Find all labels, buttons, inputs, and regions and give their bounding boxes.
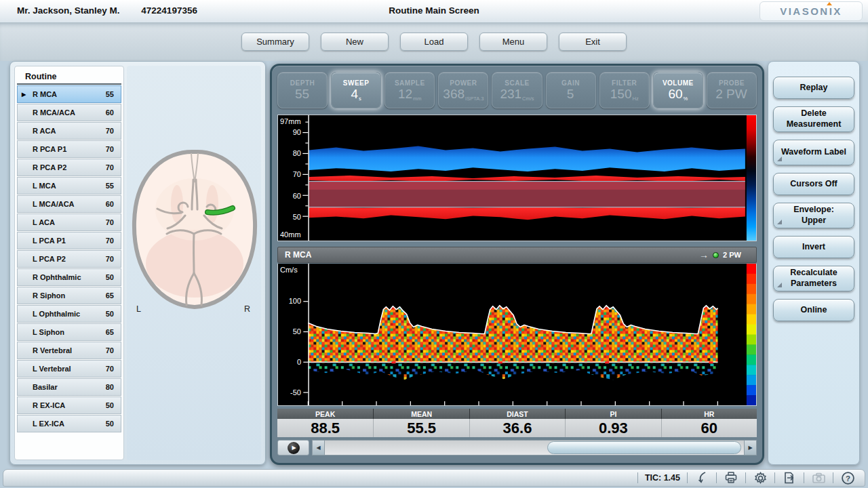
undo-arrow-icon[interactable]	[694, 470, 709, 485]
vessel-list-item[interactable]: ▶ R EX-ICA 50	[17, 396, 121, 414]
vessel-list-item[interactable]: ▶ L PCA P2 70	[17, 250, 121, 268]
measurement-label: HR	[661, 409, 757, 419]
mmode-plot	[278, 115, 756, 241]
printer-icon[interactable]	[724, 470, 738, 485]
scroll-thumb[interactable]	[547, 441, 741, 454]
vessel-depth: 70	[106, 237, 121, 245]
vessel-depth: 70	[106, 365, 121, 373]
vessel-list-item[interactable]: ▶ L ACA 70	[17, 214, 121, 231]
nav-button-menu[interactable]: Menu	[479, 33, 547, 51]
parameter-button[interactable]: PROBE 2 PW	[707, 72, 757, 108]
vessel-depth: 50	[106, 310, 121, 318]
vessel-list-item[interactable]: ▶ R Vertebral 70	[17, 342, 121, 359]
timeline-scrollbar: ◀ ▶	[312, 440, 757, 455]
vessel-depth: 70	[106, 218, 121, 226]
nav-button-load[interactable]: Load	[400, 33, 468, 51]
parameter-button[interactable]: GAIN 5	[546, 72, 596, 108]
vessel-label: R Vertebral	[18, 346, 106, 354]
action-button-label: Delete Measurement	[787, 108, 842, 129]
action-button[interactable]: Replay	[773, 77, 854, 99]
spectral-baseline	[308, 362, 717, 363]
play-button[interactable]: ▶	[277, 440, 309, 455]
vessel-depth: 70	[106, 255, 121, 263]
sample-gate-overlay[interactable]	[309, 182, 745, 207]
vessel-list-item[interactable]: ▶ L MCA/ACA 60	[17, 195, 121, 213]
probe-active-led	[713, 252, 719, 258]
measurement-label: PEAK	[277, 409, 373, 419]
vessel-list-item[interactable]: ▶ R MCA 55	[17, 85, 121, 103]
vessel-list-item[interactable]: ▶ L EX-ICA 50	[17, 415, 121, 432]
vessel-list-item[interactable]: ▶ L PCA P1 70	[17, 232, 121, 249]
vessel-list-header: Routine	[17, 69, 121, 85]
parameter-button[interactable]: SAMPLE 12mm	[384, 72, 435, 108]
vessel-list-item[interactable]: ▶ R PCA P2 70	[17, 159, 121, 176]
svg-text:?: ?	[845, 474, 850, 482]
replay-scroll-row: ▶ ◀ ▶	[277, 440, 757, 455]
page-title: Routine Main Screen	[0, 5, 868, 16]
vessel-list-item[interactable]: ▶ R ACA 70	[17, 122, 121, 140]
camera-icon[interactable]	[811, 470, 826, 485]
nav-button-exit[interactable]: Exit	[559, 33, 627, 51]
measurement-results: PEAK 88.5 MEAN 55.5 DIAST 36.6 PI 0.93 H…	[277, 409, 757, 437]
action-button[interactable]: Recalculate Parameters	[773, 266, 854, 291]
parameter-button[interactable]: FILTER 150Hz	[599, 72, 650, 108]
routine-main-screen: Mr. Jackson, Stanley M. 47224197356 Rout…	[0, 0, 868, 488]
action-button[interactable]: Online	[773, 299, 854, 321]
action-button[interactable]: Delete Measurement	[773, 106, 854, 132]
spectral-colorbar	[747, 264, 756, 405]
vessel-depth: 70	[106, 145, 121, 153]
protocol-panel: Routine ▶ R MCA 55 ▶ R MCA/ACA 60 ▶ R AC…	[9, 61, 266, 465]
mmode-display[interactable]: 97mm 40mm 9080706050	[277, 115, 757, 241]
help-icon[interactable]: ?	[840, 470, 855, 485]
vessel-list-item[interactable]: ▶ R PCA P1 70	[17, 140, 121, 158]
tic-value: TIC: 1.45	[645, 473, 680, 483]
action-button[interactable]: Waveform Label	[773, 140, 854, 165]
spectral-axis-line	[308, 264, 309, 405]
vessel-list-item[interactable]: ▶ R Ophthalmic 50	[17, 268, 121, 286]
scroll-right-button[interactable]: ▶	[744, 441, 756, 455]
parameter-label: SAMPLE	[395, 79, 425, 87]
parameter-button[interactable]: SCALE 231Cm/s	[492, 72, 542, 108]
probe-label: 2 PW	[723, 251, 741, 259]
vessel-list-item[interactable]: ▶ L Ophthalmic 50	[17, 305, 121, 323]
parameter-button[interactable]: SWEEP 4s	[331, 72, 381, 108]
vessel-list-item[interactable]: ▶ L Vertebral 70	[17, 360, 121, 378]
vessel-list-item[interactable]: ▶ L MCA 55	[17, 177, 121, 195]
action-button[interactable]: Cursors Off	[773, 173, 854, 195]
selected-arrow-icon: ▶	[22, 92, 26, 98]
action-button[interactable]: Envelope: Upper	[773, 203, 854, 228]
vessel-list-item[interactable]: ▶ Basilar 80	[17, 378, 121, 396]
vessel-label: R MCA/ACA	[18, 108, 106, 117]
measurement-value: 55.5	[373, 419, 469, 437]
vessel-label: R PCA P2	[18, 163, 106, 171]
brain-diagram[interactable]	[128, 147, 261, 314]
mmode-tick-label: 70	[278, 170, 301, 178]
vessel-depth: 70	[106, 346, 121, 354]
scroll-left-button[interactable]: ◀	[313, 441, 325, 455]
logo-box: VIASONIX	[760, 1, 863, 21]
settings-gear-icon[interactable]	[753, 470, 768, 485]
parameter-button[interactable]: POWER 368ISPTA.3	[438, 72, 488, 108]
spectral-display[interactable]: Cm/s 100500-50	[277, 264, 757, 406]
parameter-button[interactable]: DEPTH 55	[277, 72, 328, 108]
parameter-label: FILTER	[612, 79, 637, 87]
vessel-list-item[interactable]: ▶ L Siphon 65	[17, 323, 121, 341]
vessel-label: L MCA	[18, 182, 106, 190]
scroll-track[interactable]	[325, 441, 744, 455]
mmode-tick-label: 80	[278, 149, 301, 157]
vessel-depth: 65	[106, 291, 121, 300]
vessel-label: L MCA/ACA	[18, 200, 106, 208]
action-button-label: Cursors Off	[790, 179, 837, 190]
parameter-value: 368	[443, 87, 465, 101]
vessel-list-item[interactable]: ▶ R MCA/ACA 60	[17, 104, 121, 121]
export-report-icon[interactable]	[782, 470, 797, 485]
measurement-column: PEAK 88.5	[277, 409, 373, 437]
parameter-button[interactable]: VOLUME 60%	[653, 72, 703, 108]
action-button[interactable]: Invert	[773, 236, 854, 258]
vessel-label: L ACA	[18, 218, 106, 226]
vessel-list-item[interactable]: ▶ R Siphon 65	[17, 287, 121, 304]
measurement-column: PI 0.93	[565, 409, 660, 437]
nav-button-summary[interactable]: Summary	[241, 33, 309, 51]
nav-button-new[interactable]: New	[321, 33, 389, 51]
parameter-value: 5	[567, 87, 574, 101]
